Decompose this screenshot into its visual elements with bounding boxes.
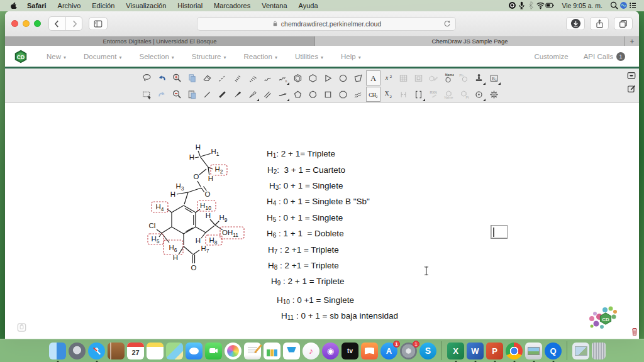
compose-toggle-icon[interactable]	[626, 84, 636, 94]
minimize-window-button[interactable]	[23, 20, 30, 27]
chemdraw-menu-reaction[interactable]: Reaction▾	[235, 53, 286, 60]
atom-label[interactable]: H10	[200, 202, 211, 211]
atom-label[interactable]: H9	[219, 214, 227, 223]
bond[interactable]	[200, 156, 208, 167]
chemdraw-menu-new[interactable]: New▾	[38, 53, 75, 60]
tool-table-alt-icon[interactable]	[411, 70, 426, 85]
tool-bond-double-icon[interactable]	[260, 87, 275, 102]
back-button[interactable]	[49, 17, 65, 30]
atom-label[interactable]: H5	[151, 235, 159, 244]
atom-label[interactable]: H	[208, 175, 213, 182]
nmr-annotation-row[interactable]: H3: 0 + 1 = Singlete	[267, 178, 449, 194]
dock-item-launchpad[interactable]	[69, 343, 86, 359]
dock-item-tv[interactable]: tv	[341, 343, 358, 359]
tool-stamp-icon[interactable]	[472, 70, 486, 85]
tool-bond-hash-wedge-icon[interactable]	[245, 70, 260, 85]
tool-circle-icon[interactable]	[336, 70, 350, 85]
atom-label[interactable]: H	[196, 143, 201, 151]
bond[interactable]	[186, 228, 193, 232]
search-icon[interactable]	[609, 1, 619, 10]
tool-brackets-icon[interactable]	[411, 87, 426, 102]
tool-zoom-in-icon[interactable]	[170, 70, 184, 85]
tool-paste-icon[interactable]	[185, 87, 199, 102]
tool-rxn-icon[interactable]: RXN	[426, 87, 441, 102]
tool-name-ring-icon[interactable]: Name	[441, 70, 456, 85]
tool-copy-icon[interactable]	[185, 70, 199, 85]
atom-label[interactable]: O	[205, 190, 211, 198]
close-window-button[interactable]	[11, 20, 18, 27]
nmr-annotation-row[interactable]: H10 : 0 +1 = Singlete	[267, 292, 449, 308]
bond[interactable]	[162, 233, 169, 243]
chemdraw-menu-help[interactable]: Help▾	[332, 53, 370, 60]
chemdraw-menu-document[interactable]: Document▾	[75, 53, 130, 60]
atom-label[interactable]: H1	[211, 148, 219, 157]
wifi-icon[interactable]	[536, 1, 545, 10]
dock-item-safari[interactable]	[88, 343, 105, 359]
nmr-annotations[interactable]: H1: 2 + 1= TripleteH2: 3 + 1 = CuartetoH…	[267, 146, 449, 324]
dock-item-textedit[interactable]	[244, 343, 261, 359]
record-icon[interactable]	[508, 1, 517, 10]
menubar-clock[interactable]: Vie 9:05 a. m.	[560, 2, 604, 9]
dock-item-downloads[interactable]	[572, 343, 589, 359]
dock-item-podcasts[interactable]: ◉	[322, 343, 339, 359]
menubar-menu-historial[interactable]: Historial	[172, 2, 208, 9]
dock-item-excel[interactable]: X	[447, 343, 464, 359]
atom-label[interactable]: H4	[155, 203, 164, 212]
tool-ring-octagon-icon[interactable]	[336, 87, 350, 102]
bond[interactable]	[201, 188, 204, 192]
nmr-annotation-row[interactable]: H2: 3 + 1 = Cuarteto	[267, 162, 449, 177]
tool-ring-pentagon-icon[interactable]	[291, 87, 305, 102]
tool-ring-benzene-icon[interactable]	[291, 70, 305, 85]
bond[interactable]	[215, 221, 219, 225]
tool-bond-wavy-icon[interactable]	[260, 70, 275, 85]
tool-quad-wavy-icon[interactable]	[351, 87, 365, 102]
atom-label[interactable]: OH11	[222, 229, 238, 238]
dock-item-trash[interactable]	[592, 343, 606, 359]
nmr-annotation-row[interactable]: H4 : 0 + 1 = Singlete B "Sb"	[267, 194, 449, 209]
menubar-menu-ventana[interactable]: Ventana	[256, 2, 292, 9]
customize-button[interactable]: Customize	[534, 53, 568, 60]
tool-bond-bold-icon[interactable]	[215, 87, 230, 102]
atom-label[interactable]: H	[173, 254, 178, 261]
tool-bond-wedge-icon[interactable]	[230, 87, 245, 102]
tool-ring-pencil-icon[interactable]	[426, 70, 441, 85]
sidebar-toggle-button[interactable]	[89, 17, 108, 30]
atom-label[interactable]: H2	[214, 165, 223, 175]
dock-item-music[interactable]: ♪	[303, 343, 319, 359]
downloads-button[interactable]	[566, 17, 585, 30]
bond[interactable]	[201, 233, 206, 239]
tool-ring-hexagon-icon[interactable]	[306, 70, 320, 85]
bond[interactable]	[188, 188, 201, 192]
bond[interactable]	[157, 229, 162, 233]
tool-charge-icon[interactable]	[472, 87, 486, 102]
tool-ring-ph2-icon[interactable]: Ph	[457, 87, 471, 102]
atom-label[interactable]: H8	[209, 236, 217, 246]
tool-square-icon[interactable]	[321, 87, 335, 102]
notif-icon[interactable]	[628, 1, 638, 10]
battery-icon[interactable]	[545, 1, 555, 10]
bond[interactable]	[184, 246, 192, 254]
tab-entornos-digitales[interactable]: Entornos Digitales | Universidad El Bosq…	[5, 36, 315, 46]
forward-button[interactable]	[65, 17, 82, 30]
bond[interactable]	[206, 226, 214, 233]
active-text-box[interactable]	[491, 225, 508, 239]
nmr-annotation-row[interactable]: H6 : 1 + 1 = Doblete	[267, 226, 449, 241]
bond[interactable]	[184, 192, 188, 204]
api-calls-button[interactable]: API Calls 1	[584, 52, 625, 61]
nmr-annotation-row[interactable]: H8 : 2 +1 = Triplete	[267, 258, 449, 273]
atom-label[interactable]: H	[189, 153, 194, 161]
molecule-drawing[interactable]: HH1HH2HOH3HOH4H10HH9ClOH11H5H6HH8H7HO	[135, 140, 255, 278]
dock-item-calendar[interactable]: 27	[127, 343, 144, 359]
dock-item-skype[interactable]: S	[419, 343, 436, 359]
dock-item-photos[interactable]	[225, 343, 242, 359]
tool-eraser-icon[interactable]	[200, 70, 214, 85]
dock-item-sysprefs[interactable]: 1	[400, 343, 417, 359]
bond[interactable]	[185, 209, 192, 213]
tool-sub-x2-icon[interactable]: X2	[381, 87, 396, 102]
dock-item-preview[interactable]	[525, 343, 542, 359]
address-bar[interactable]: chemdrawdirect.perkinelmer.cloud	[197, 17, 456, 31]
tool-ring-heptagon-icon[interactable]	[306, 87, 320, 102]
tool-bracket-pair-icon[interactable]	[396, 87, 411, 102]
menubar-menu-ayuda[interactable]: Ayuda	[293, 2, 324, 9]
chemdraw-menu-selection[interactable]: Selection▾	[130, 53, 182, 60]
